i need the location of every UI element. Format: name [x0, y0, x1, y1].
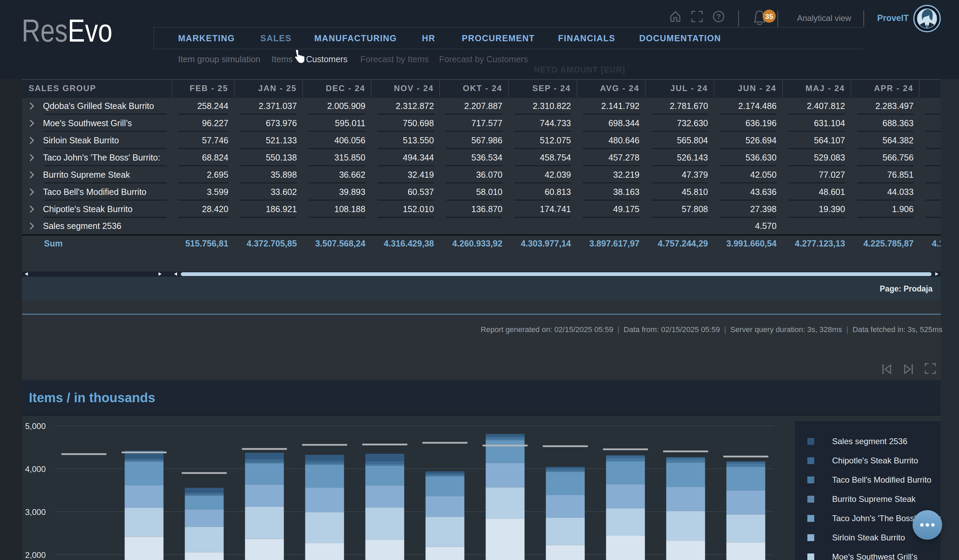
svg-text:2,000: 2,000: [25, 550, 46, 560]
svg-text:4,000: 4,000: [25, 465, 46, 474]
svg-text:3,000: 3,000: [25, 508, 46, 517]
svg-text:5,000: 5,000: [25, 422, 46, 431]
svg-text:35: 35: [765, 13, 773, 20]
svg-text:?: ?: [716, 13, 721, 21]
